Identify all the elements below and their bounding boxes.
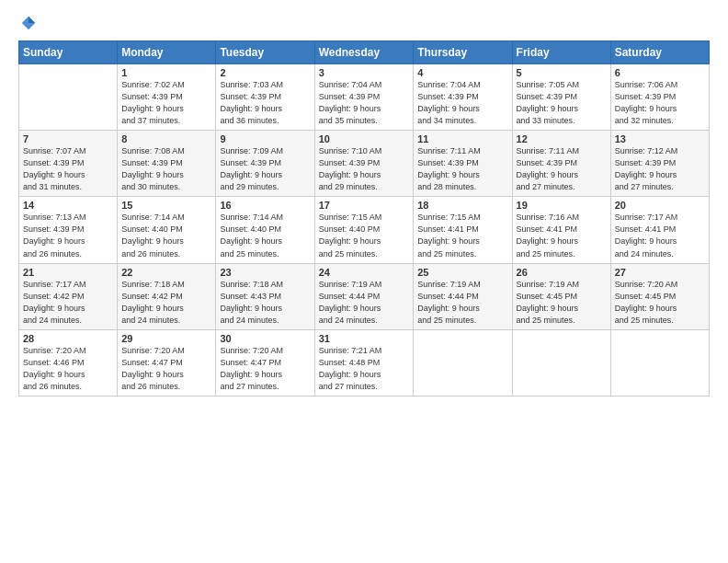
- calendar-day-header: Thursday: [414, 41, 512, 64]
- day-info: Sunrise: 7:10 AM Sunset: 4:39 PM Dayligh…: [319, 145, 410, 193]
- calendar-cell: 20Sunrise: 7:17 AM Sunset: 4:41 PM Dayli…: [610, 197, 709, 263]
- calendar-cell: 27Sunrise: 7:20 AM Sunset: 4:45 PM Dayli…: [610, 263, 709, 329]
- calendar-cell: 23Sunrise: 7:18 AM Sunset: 4:43 PM Dayli…: [216, 263, 314, 329]
- logo: [18, 15, 37, 31]
- day-info: Sunrise: 7:08 AM Sunset: 4:39 PM Dayligh…: [121, 145, 211, 193]
- calendar-cell: 15Sunrise: 7:14 AM Sunset: 4:40 PM Dayli…: [118, 197, 216, 263]
- day-info: Sunrise: 7:11 AM Sunset: 4:39 PM Dayligh…: [417, 145, 507, 193]
- day-number: 19: [517, 200, 607, 211]
- page: SundayMondayTuesdayWednesdayThursdayFrid…: [0, 0, 728, 563]
- day-number: 8: [121, 133, 211, 144]
- day-number: 17: [319, 200, 410, 211]
- calendar-cell: 16Sunrise: 7:14 AM Sunset: 4:40 PM Dayli…: [216, 197, 314, 263]
- calendar-day-header: Saturday: [610, 41, 709, 64]
- day-info: Sunrise: 7:19 AM Sunset: 4:44 PM Dayligh…: [319, 279, 410, 327]
- calendar-week-row: 1Sunrise: 7:02 AM Sunset: 4:39 PM Daylig…: [19, 64, 710, 131]
- day-info: Sunrise: 7:20 AM Sunset: 4:45 PM Dayligh…: [615, 279, 705, 327]
- calendar-cell: [512, 329, 610, 396]
- day-number: 1: [121, 67, 211, 78]
- calendar-cell: 22Sunrise: 7:18 AM Sunset: 4:42 PM Dayli…: [118, 263, 216, 329]
- day-number: 20: [615, 200, 705, 211]
- calendar-week-row: 14Sunrise: 7:13 AM Sunset: 4:39 PM Dayli…: [19, 197, 710, 263]
- calendar-cell: 2Sunrise: 7:03 AM Sunset: 4:39 PM Daylig…: [216, 64, 314, 131]
- calendar-cell: 12Sunrise: 7:11 AM Sunset: 4:39 PM Dayli…: [512, 131, 610, 197]
- day-number: 12: [517, 133, 607, 144]
- calendar-cell: 7Sunrise: 7:07 AM Sunset: 4:39 PM Daylig…: [19, 131, 118, 197]
- day-info: Sunrise: 7:17 AM Sunset: 4:42 PM Dayligh…: [23, 279, 113, 327]
- calendar-cell: 29Sunrise: 7:20 AM Sunset: 4:47 PM Dayli…: [118, 329, 216, 396]
- calendar: SundayMondayTuesdayWednesdayThursdayFrid…: [18, 40, 710, 396]
- calendar-day-header: Tuesday: [216, 41, 314, 64]
- day-number: 29: [121, 333, 211, 344]
- calendar-cell: 30Sunrise: 7:20 AM Sunset: 4:47 PM Dayli…: [216, 329, 314, 396]
- calendar-cell: [610, 329, 709, 396]
- day-info: Sunrise: 7:21 AM Sunset: 4:48 PM Dayligh…: [319, 345, 410, 393]
- day-info: Sunrise: 7:20 AM Sunset: 4:46 PM Dayligh…: [23, 345, 113, 393]
- calendar-week-row: 21Sunrise: 7:17 AM Sunset: 4:42 PM Dayli…: [19, 263, 710, 329]
- calendar-cell: [19, 64, 118, 131]
- day-info: Sunrise: 7:03 AM Sunset: 4:39 PM Dayligh…: [220, 79, 310, 127]
- day-info: Sunrise: 7:12 AM Sunset: 4:39 PM Dayligh…: [615, 145, 705, 193]
- calendar-week-row: 28Sunrise: 7:20 AM Sunset: 4:46 PM Dayli…: [19, 329, 710, 396]
- day-number: 18: [417, 200, 507, 211]
- svg-marker-1: [28, 17, 35, 23]
- day-number: 27: [615, 267, 705, 278]
- logo-icon: [20, 15, 37, 31]
- calendar-day-header: Sunday: [19, 41, 118, 64]
- calendar-cell: 28Sunrise: 7:20 AM Sunset: 4:46 PM Dayli…: [19, 329, 118, 396]
- day-info: Sunrise: 7:07 AM Sunset: 4:39 PM Dayligh…: [23, 145, 113, 193]
- day-number: 21: [23, 267, 113, 278]
- day-number: 25: [417, 267, 507, 278]
- day-number: 24: [319, 267, 410, 278]
- day-number: 13: [615, 133, 705, 144]
- day-number: 30: [220, 333, 310, 344]
- header: [18, 15, 710, 31]
- day-info: Sunrise: 7:06 AM Sunset: 4:39 PM Dayligh…: [615, 79, 705, 127]
- day-info: Sunrise: 7:14 AM Sunset: 4:40 PM Dayligh…: [220, 212, 310, 259]
- day-number: 11: [417, 133, 507, 144]
- day-info: Sunrise: 7:04 AM Sunset: 4:39 PM Dayligh…: [417, 79, 507, 127]
- day-info: Sunrise: 7:18 AM Sunset: 4:43 PM Dayligh…: [220, 279, 310, 327]
- day-number: 15: [121, 200, 211, 211]
- calendar-cell: 17Sunrise: 7:15 AM Sunset: 4:40 PM Dayli…: [314, 197, 414, 263]
- day-info: Sunrise: 7:20 AM Sunset: 4:47 PM Dayligh…: [121, 345, 211, 393]
- calendar-cell: 24Sunrise: 7:19 AM Sunset: 4:44 PM Dayli…: [314, 263, 414, 329]
- calendar-cell: 1Sunrise: 7:02 AM Sunset: 4:39 PM Daylig…: [118, 64, 216, 131]
- calendar-cell: 31Sunrise: 7:21 AM Sunset: 4:48 PM Dayli…: [314, 329, 414, 396]
- day-number: 7: [23, 133, 113, 144]
- day-number: 6: [615, 67, 705, 78]
- calendar-cell: 8Sunrise: 7:08 AM Sunset: 4:39 PM Daylig…: [118, 131, 216, 197]
- calendar-day-header: Friday: [512, 41, 610, 64]
- day-number: 31: [319, 333, 410, 344]
- calendar-cell: 4Sunrise: 7:04 AM Sunset: 4:39 PM Daylig…: [414, 64, 512, 131]
- calendar-cell: 25Sunrise: 7:19 AM Sunset: 4:44 PM Dayli…: [414, 263, 512, 329]
- calendar-cell: 13Sunrise: 7:12 AM Sunset: 4:39 PM Dayli…: [610, 131, 709, 197]
- day-info: Sunrise: 7:04 AM Sunset: 4:39 PM Dayligh…: [319, 79, 410, 127]
- day-number: 28: [23, 333, 113, 344]
- calendar-cell: 26Sunrise: 7:19 AM Sunset: 4:45 PM Dayli…: [512, 263, 610, 329]
- day-info: Sunrise: 7:16 AM Sunset: 4:41 PM Dayligh…: [517, 212, 607, 259]
- day-info: Sunrise: 7:15 AM Sunset: 4:40 PM Dayligh…: [319, 212, 410, 259]
- calendar-day-header: Monday: [118, 41, 216, 64]
- day-info: Sunrise: 7:19 AM Sunset: 4:44 PM Dayligh…: [417, 279, 507, 327]
- day-info: Sunrise: 7:09 AM Sunset: 4:39 PM Dayligh…: [220, 145, 310, 193]
- calendar-cell: 19Sunrise: 7:16 AM Sunset: 4:41 PM Dayli…: [512, 197, 610, 263]
- calendar-cell: [414, 329, 512, 396]
- day-number: 16: [220, 200, 310, 211]
- day-number: 5: [517, 67, 607, 78]
- day-info: Sunrise: 7:18 AM Sunset: 4:42 PM Dayligh…: [121, 279, 211, 327]
- calendar-cell: 9Sunrise: 7:09 AM Sunset: 4:39 PM Daylig…: [216, 131, 314, 197]
- day-info: Sunrise: 7:15 AM Sunset: 4:41 PM Dayligh…: [417, 212, 507, 259]
- calendar-day-header: Wednesday: [314, 41, 414, 64]
- day-info: Sunrise: 7:17 AM Sunset: 4:41 PM Dayligh…: [615, 212, 705, 259]
- calendar-cell: 10Sunrise: 7:10 AM Sunset: 4:39 PM Dayli…: [314, 131, 414, 197]
- day-info: Sunrise: 7:11 AM Sunset: 4:39 PM Dayligh…: [517, 145, 607, 193]
- day-info: Sunrise: 7:13 AM Sunset: 4:39 PM Dayligh…: [23, 212, 113, 259]
- calendar-cell: 11Sunrise: 7:11 AM Sunset: 4:39 PM Dayli…: [414, 131, 512, 197]
- day-number: 9: [220, 133, 310, 144]
- calendar-cell: 18Sunrise: 7:15 AM Sunset: 4:41 PM Dayli…: [414, 197, 512, 263]
- day-number: 4: [417, 67, 507, 78]
- day-info: Sunrise: 7:14 AM Sunset: 4:40 PM Dayligh…: [121, 212, 211, 259]
- calendar-cell: 14Sunrise: 7:13 AM Sunset: 4:39 PM Dayli…: [19, 197, 118, 263]
- day-number: 23: [220, 267, 310, 278]
